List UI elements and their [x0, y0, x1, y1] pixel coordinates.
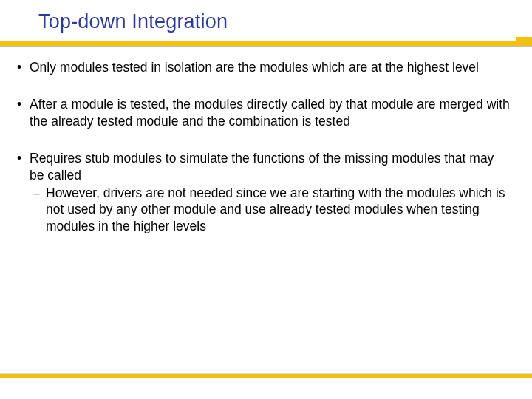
bullet-text: After a module is tested, the modules di…	[30, 97, 510, 128]
bullet-text: Requires stub modules to simulate the fu…	[30, 151, 494, 182]
bullet-text: Only modules tested in isolation are the…	[30, 60, 479, 75]
slide-title: Top-down Integration	[38, 10, 532, 33]
bullet-item: Requires stub modules to simulate the fu…	[16, 150, 510, 234]
bullet-item: After a module is tested, the modules di…	[16, 96, 510, 129]
decor-rule-bottom	[0, 374, 532, 378]
bullet-item: Only modules tested in isolation are the…	[16, 59, 510, 75]
sub-bullet-text: However, drivers are not needed since we…	[46, 185, 505, 233]
decor-thin-top	[0, 46, 532, 47]
slide-body: Only modules tested in isolation are the…	[0, 59, 532, 255]
sub-bullet-item: However, drivers are not needed since we…	[30, 185, 510, 234]
